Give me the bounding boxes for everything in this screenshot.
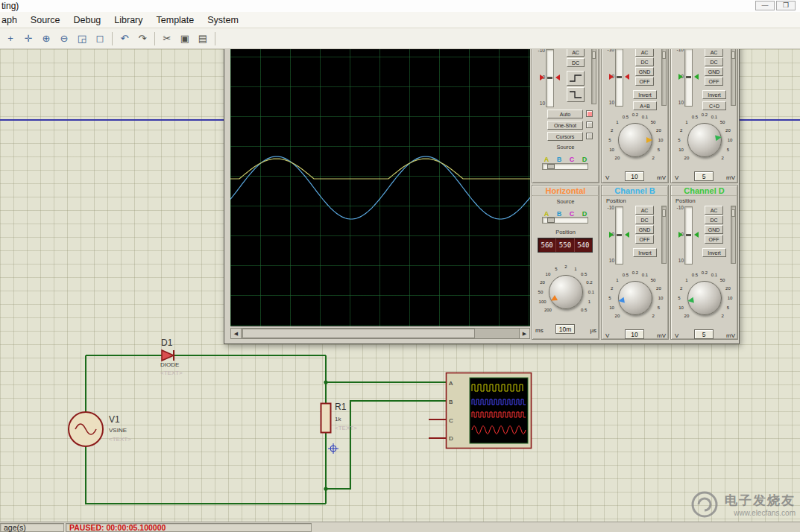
menu-item-graph[interactable]: aph xyxy=(0,15,24,25)
zoom-in-icon[interactable]: ⊕ xyxy=(38,31,54,47)
channel-d-volts-div-knob[interactable]: 20105210.50.20.150201052 xyxy=(677,270,732,326)
menu-item-source[interactable]: Source xyxy=(24,15,67,25)
redo-icon[interactable]: ↷ xyxy=(134,31,151,47)
unit-right: mV xyxy=(726,174,735,181)
channel-a-position-slider[interactable]: -10 0 10 xyxy=(615,48,623,107)
diode-d1[interactable] xyxy=(162,350,174,361)
rising-edge-button[interactable] xyxy=(567,71,585,86)
pan-icon[interactable]: ✛ xyxy=(20,31,37,47)
zoom-out-icon[interactable]: ⊖ xyxy=(56,31,72,47)
auto-indicator xyxy=(586,110,593,117)
source-value: VSINE xyxy=(109,427,127,434)
channel-c-sum-button[interactable]: C+D xyxy=(702,101,726,110)
channel-a-sum-button[interactable]: A+B xyxy=(633,101,657,110)
unit-right: mV xyxy=(657,174,666,181)
tick: -10 xyxy=(672,205,684,210)
channel-b-panel: Channel B Position -10 0 10 AC DC GND OF… xyxy=(601,185,669,340)
channel-a-invert-button[interactable]: Invert xyxy=(633,90,657,99)
channel-c-volts-div-value: 5 xyxy=(694,171,714,181)
resistor-r1[interactable] xyxy=(321,404,331,433)
time-div-knob[interactable]: 2001005020105210.50.20.110.5 xyxy=(538,265,593,320)
channel-a-dc-button[interactable]: DC xyxy=(635,57,654,66)
diode-text: <TEXT> xyxy=(160,370,183,376)
diode-value: DIODE xyxy=(160,361,179,368)
channel-c-dc-button[interactable]: DC xyxy=(705,57,723,66)
copy-icon[interactable]: ▣ xyxy=(177,31,193,47)
channel-a-gnd-button[interactable]: GND xyxy=(635,67,654,76)
maximize-button[interactable]: ❐ xyxy=(776,1,796,10)
pin-label-c: C xyxy=(449,417,453,424)
channel-a-off-button[interactable]: OFF xyxy=(635,77,654,86)
channel-b-dc-button[interactable]: DC xyxy=(635,215,654,224)
channel-a-fine-slider[interactable] xyxy=(661,48,667,106)
menu-item-debug[interactable]: Debug xyxy=(66,15,107,25)
channel-d-letter[interactable]: D xyxy=(582,156,588,163)
one-shot-indicator xyxy=(586,121,593,128)
trigger-dc-button[interactable]: DC xyxy=(567,58,585,67)
scope-waveforms xyxy=(230,27,530,326)
scroll-thumb[interactable] xyxy=(242,329,475,338)
oscilloscope-part[interactable]: A B C D xyxy=(429,373,532,449)
menu-item-system[interactable]: System xyxy=(201,15,245,25)
horizontal-source-slider[interactable] xyxy=(542,217,588,224)
wire-bottom-rail[interactable] xyxy=(86,446,326,504)
unit-left: V xyxy=(675,332,678,339)
undo-icon[interactable]: ↶ xyxy=(116,31,133,47)
channel-b-fine-slider[interactable] xyxy=(661,206,667,264)
falling-edge-button[interactable] xyxy=(567,87,585,102)
unit-left: V xyxy=(605,332,609,339)
channel-a-letter[interactable]: A xyxy=(544,156,549,163)
channel-d-dc-button[interactable]: DC xyxy=(705,215,723,224)
scroll-track[interactable] xyxy=(242,328,519,339)
channel-b-ac-button[interactable]: AC xyxy=(635,206,654,215)
tick: 10 xyxy=(602,100,614,105)
channel-a-volts-div-knob[interactable]: 20105210.50.20.150201052 xyxy=(608,113,663,168)
channel-b-off-button[interactable]: OFF xyxy=(635,235,654,244)
channel-b-invert-button[interactable]: Invert xyxy=(633,248,657,257)
one-shot-button[interactable]: One-Shot xyxy=(547,121,583,130)
tick: -10 xyxy=(602,205,614,210)
minimize-button[interactable]: — xyxy=(755,1,775,10)
channel-b-gnd-button[interactable]: GND xyxy=(635,225,654,234)
scroll-right-icon[interactable]: ▶ xyxy=(519,328,530,339)
paste-icon[interactable]: ▤ xyxy=(195,31,211,47)
channel-d-off-button[interactable]: OFF xyxy=(705,235,723,244)
trigger-fine-slider[interactable] xyxy=(591,48,596,104)
channel-c-volts-div-knob[interactable]: 20105210.50.20.150201052 xyxy=(677,113,732,168)
channel-d-fine-slider[interactable] xyxy=(731,206,736,264)
channel-b-volts-div-value: 10 xyxy=(625,329,644,339)
origin-marker xyxy=(328,443,338,454)
channel-c-off-button[interactable]: OFF xyxy=(705,77,723,86)
scope-display xyxy=(230,27,530,326)
wire-to-scope-b[interactable] xyxy=(326,401,446,489)
menu-item-library[interactable]: Library xyxy=(107,15,149,25)
scope-h-scrollbar[interactable]: ◀ ▶ xyxy=(230,328,530,339)
channel-b-letter[interactable]: B xyxy=(557,156,562,163)
channel-b-volts-div-knob[interactable]: 20105210.50.20.150201052 xyxy=(608,270,663,326)
channel-a-volts-div-value: 10 xyxy=(625,171,644,181)
channel-d-ac-button[interactable]: AC xyxy=(705,206,723,215)
zoom-all-icon[interactable]: ◻ xyxy=(92,31,108,47)
unit-left: V xyxy=(675,174,678,181)
channel-c-fine-slider[interactable] xyxy=(731,48,736,106)
scroll-left-icon[interactable]: ◀ xyxy=(230,328,242,339)
cut-icon[interactable]: ✂ xyxy=(159,31,175,47)
vsine-source-v1[interactable] xyxy=(69,412,103,446)
trigger-source-slider[interactable] xyxy=(542,163,588,170)
channel-c-gnd-button[interactable]: GND xyxy=(705,67,723,76)
component-mode-icon[interactable]: + xyxy=(2,31,19,47)
channel-b-position-slider[interactable]: -10 0 10 xyxy=(615,206,623,265)
cursors-button[interactable]: Cursors xyxy=(547,132,583,141)
channel-d-gnd-button[interactable]: GND xyxy=(705,225,723,234)
trigger-level-slider[interactable]: -10 0 10 xyxy=(546,49,554,107)
channel-d-position-slider[interactable]: -10 0 10 xyxy=(684,206,693,265)
auto-button[interactable]: Auto xyxy=(547,110,583,118)
channel-d-invert-button[interactable]: Invert xyxy=(702,248,726,257)
zoom-area-icon[interactable]: ◲ xyxy=(74,31,90,47)
channel-c-position-slider[interactable]: -10 0 10 xyxy=(684,48,693,107)
wires[interactable] xyxy=(86,355,446,504)
channel-c-letter[interactable]: C xyxy=(570,156,575,163)
menu-item-template[interactable]: Template xyxy=(150,15,201,25)
unit-right: µs xyxy=(590,327,596,334)
channel-c-invert-button[interactable]: Invert xyxy=(702,90,726,99)
